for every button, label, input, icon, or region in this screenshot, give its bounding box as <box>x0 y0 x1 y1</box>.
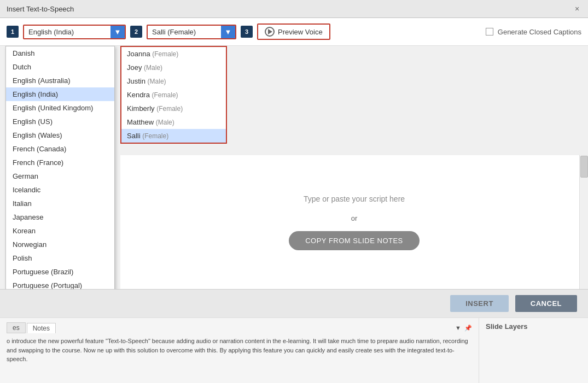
voice-gender-joey: (Male) <box>144 64 162 72</box>
voice-item-joanna[interactable]: Joanna (Female) <box>121 47 226 61</box>
lang-item-english-wales[interactable]: English (Wales) <box>6 128 114 142</box>
voice-name-joey: Joey <box>127 63 144 72</box>
script-placeholder: Type or paste your script here <box>304 195 405 203</box>
voice-gender-joanna: (Female) <box>152 50 178 58</box>
insert-tts-dialog: Insert Text-to-Speech × 1 English (India… <box>0 0 588 383</box>
voice-select-wrapper: Salli (Female) Joanna (Female) Joey (Mal… <box>147 25 236 39</box>
preview-voice-button[interactable]: Preview Voice <box>257 23 330 40</box>
close-button[interactable]: × <box>573 4 581 13</box>
notes-pin-icon[interactable]: 📌 <box>464 325 472 332</box>
annotation-label-3: 3 <box>241 26 253 38</box>
voice-dropdown[interactable]: Joanna (Female) Joey (Male) Justin (Male… <box>120 46 227 144</box>
lang-item-english-us[interactable]: English (US) <box>6 115 114 128</box>
script-scrollbar[interactable] <box>579 155 588 289</box>
lang-item-norwegian[interactable]: Norwegian <box>6 238 114 251</box>
notes-dropdown-icon[interactable]: ▼ <box>455 325 461 332</box>
lang-item-polish[interactable]: Polish <box>6 251 114 265</box>
notes-right: Slide Layers <box>479 318 588 383</box>
voice-select[interactable]: Salli (Female) Joanna (Female) Joey (Mal… <box>148 26 235 38</box>
lang-item-english-uk[interactable]: English (United Kingdom) <box>6 101 114 115</box>
notes-tab-bar: es Notes ▼ 📌 <box>7 322 472 333</box>
voice-name-salli: Salli <box>127 132 142 140</box>
lang-item-korean[interactable]: Korean <box>6 224 114 238</box>
dialog-body: 1 English (India) Danish Dutch English (… <box>0 18 588 383</box>
play-icon <box>265 27 275 37</box>
notes-left: es Notes ▼ 📌 o introduce the new powerfu… <box>0 318 479 383</box>
lang-item-japanese[interactable]: Japanese <box>6 210 114 224</box>
insert-button[interactable]: INSERT <box>450 295 509 312</box>
lang-item-danish[interactable]: Danish <box>6 46 114 60</box>
voice-gender-justin: (Male) <box>148 78 166 85</box>
action-bar: INSERT CANCEL <box>0 289 588 317</box>
notes-tab-notes[interactable]: Notes <box>27 323 56 333</box>
dialog-titlebar: Insert Text-to-Speech × <box>0 0 588 18</box>
toolbar-row: 1 English (India) Danish Dutch English (… <box>0 18 588 46</box>
script-area: Type or paste your script here or COPY F… <box>120 155 588 289</box>
script-or: or <box>351 214 358 222</box>
copy-from-slide-notes-button[interactable]: COPY FROM SLIDE NOTES <box>289 231 420 250</box>
lang-item-icelandic[interactable]: Icelandic <box>6 183 114 197</box>
lang-item-italian[interactable]: Italian <box>6 197 114 210</box>
language-dropdown[interactable]: Danish Dutch English (Australia) English… <box>5 46 115 289</box>
voice-gender-kimberly: (Female) <box>156 105 183 113</box>
bottom-notes: es Notes ▼ 📌 o introduce the new powerfu… <box>0 317 588 383</box>
cancel-button[interactable]: CANCEL <box>515 295 577 312</box>
play-triangle <box>268 29 272 34</box>
generate-captions-checkbox[interactable] <box>486 28 493 36</box>
lang-item-french-france[interactable]: French (France) <box>6 156 114 169</box>
voice-gender-salli: (Female) <box>142 132 168 140</box>
annotation-label-1: 1 <box>7 26 19 38</box>
voice-name-matthew: Matthew <box>127 118 156 126</box>
voice-name-joanna: Joanna <box>127 50 152 58</box>
voice-item-joey[interactable]: Joey (Male) <box>121 61 226 74</box>
voice-name-kimberly: Kimberly <box>127 104 156 113</box>
voice-item-kendra[interactable]: Kendra (Female) <box>121 88 226 102</box>
voice-item-justin[interactable]: Justin (Male) <box>121 74 226 88</box>
lang-item-english-india[interactable]: English (India) <box>6 87 114 101</box>
voice-item-kimberly[interactable]: Kimberly (Female) <box>121 102 226 115</box>
voice-item-salli[interactable]: Salli (Female) <box>121 129 226 143</box>
scrollbar-thumb <box>580 156 588 178</box>
lang-item-english-australia[interactable]: English (Australia) <box>6 74 114 87</box>
language-select[interactable]: English (India) Danish Dutch English (Au… <box>24 26 125 38</box>
notes-content: o introduce the new powerful feature "Te… <box>7 337 472 364</box>
preview-voice-label: Preview Voice <box>278 28 323 36</box>
main-content: Danish Dutch English (Australia) English… <box>0 46 588 289</box>
lang-item-portuguese-portugal[interactable]: Portuguese (Portugal) <box>6 279 114 289</box>
dialog-title: Insert Text-to-Speech <box>7 5 74 13</box>
voice-gender-matthew: (Male) <box>156 119 174 126</box>
voice-gender-kendra: (Female) <box>152 91 178 99</box>
voice-name-justin: Justin <box>127 77 148 85</box>
lang-item-german[interactable]: German <box>6 169 114 183</box>
lang-item-french-canada[interactable]: French (Canada) <box>6 142 114 156</box>
language-select-wrapper: English (India) Danish Dutch English (Au… <box>23 25 126 39</box>
generate-captions-label: Generate Closed Captions <box>498 28 581 36</box>
voice-item-matthew[interactable]: Matthew (Male) <box>121 115 226 129</box>
voice-name-kendra: Kendra <box>127 91 152 99</box>
lang-item-dutch[interactable]: Dutch <box>6 60 114 74</box>
slide-layers-title: Slide Layers <box>486 322 581 331</box>
annotation-label-2: 2 <box>130 26 142 38</box>
notes-tab-es[interactable]: es <box>7 322 26 333</box>
lang-item-portuguese-brazil[interactable]: Portuguese (Brazil) <box>6 265 114 279</box>
generate-captions-area: Generate Closed Captions <box>486 28 581 36</box>
